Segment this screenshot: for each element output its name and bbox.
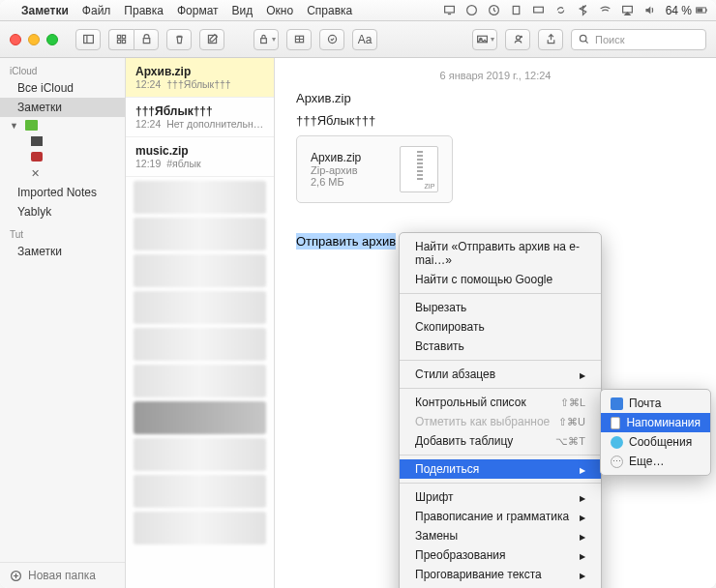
blurred-item [134, 365, 266, 397]
blurred-item [134, 218, 266, 250]
blurred-item [134, 401, 266, 434]
list-item[interactable]: Архив.zip 12:24†††Яблык††† [126, 58, 274, 98]
search-placeholder: Поиск [595, 34, 624, 45]
menu-help[interactable]: Справка [307, 4, 352, 17]
tools-icon: ✕ [31, 167, 40, 180]
clipboard-icon[interactable] [510, 4, 522, 16]
new-folder-button[interactable]: Новая папка [0, 562, 125, 588]
sidebar-item-green-folder[interactable]: ▼ [0, 117, 125, 133]
volume-icon[interactable] [643, 4, 656, 16]
close-window[interactable] [10, 34, 21, 45]
blurred-item [134, 254, 266, 287]
svg-rect-12 [117, 40, 120, 43]
menu-item[interactable]: Преобразования [400, 545, 601, 565]
menu-item[interactable]: Проговаривание текста [400, 565, 601, 584]
bluetooth-icon[interactable] [577, 4, 589, 16]
menu-item[interactable]: Стили абзацев [400, 365, 601, 384]
view-list[interactable] [108, 29, 134, 50]
menu-item[interactable]: Вставить [400, 337, 601, 356]
menu-item[interactable]: Вырезать [400, 298, 601, 317]
attachment-card[interactable]: Архив.zip Zip-архив 2,6 МБ ZIP [296, 135, 453, 203]
search-icon [578, 33, 590, 45]
selected-text[interactable]: Отправить архив [296, 233, 396, 250]
menu-item[interactable]: Скопировать [400, 317, 601, 337]
clock-icon[interactable] [488, 4, 500, 16]
svg-rect-5 [622, 6, 632, 13]
sidebar-subitem-2[interactable] [0, 149, 125, 164]
sidebar-subitem-1[interactable] [0, 133, 125, 149]
submenu-item[interactable]: Напоминания [601, 413, 710, 432]
battery-indicator[interactable]: 64 % [666, 4, 708, 17]
attachment-kind: Zip-архив [311, 164, 361, 176]
submenu-item[interactable]: Сообщения [601, 432, 710, 452]
text-style[interactable]: Aa [352, 29, 377, 50]
menu-item[interactable]: Правописание и грамматика [400, 507, 601, 526]
list-item[interactable]: †††Яблык††† 12:24Нет дополнительн… [126, 98, 274, 137]
folder-icon [25, 120, 38, 131]
viber-icon[interactable] [465, 4, 478, 16]
submenu-item[interactable]: ⋯Еще… [601, 452, 710, 471]
battery-icon [696, 4, 708, 16]
sidebar-toggle[interactable] [75, 29, 101, 50]
share-submenu: ПочтаНапоминанияСообщения⋯Еще… [600, 389, 711, 476]
lock-menu[interactable]: ▾ [254, 29, 279, 50]
display-icon[interactable] [532, 4, 545, 16]
table-button[interactable] [286, 29, 312, 50]
blurred-item [134, 475, 266, 508]
attachment-name: Архив.zip [311, 151, 361, 164]
menu-edit[interactable]: Правка [124, 4, 164, 17]
msg-icon [611, 436, 623, 449]
svg-rect-13 [122, 40, 125, 43]
menu-item[interactable]: Шрифт [400, 487, 601, 507]
menu-item[interactable]: Контрольный список⇧⌘L [400, 393, 601, 412]
plus-circle-icon [10, 570, 22, 582]
monitor-icon[interactable] [443, 4, 456, 16]
sidebar-item-all-icloud[interactable]: Все iCloud [0, 78, 125, 98]
minimize-window[interactable] [28, 34, 40, 45]
checklist-button[interactable] [319, 29, 344, 50]
zoom-window[interactable] [46, 34, 58, 45]
blurred-item [134, 181, 266, 214]
folders-sidebar: iCloud Все iCloud Заметки ▼ ✕ Imported N… [0, 58, 126, 588]
menu-separator [400, 455, 601, 456]
airplay-icon[interactable] [621, 4, 634, 16]
app-menu[interactable]: Заметки [21, 4, 69, 17]
svg-rect-7 [705, 9, 706, 12]
delete-note[interactable] [166, 29, 192, 50]
menu-item[interactable]: Найти «Отправить архив на e-mai…» [400, 237, 601, 270]
attachments-view[interactable] [134, 29, 159, 50]
note-title-line: Архив.zip [296, 91, 695, 105]
media-button[interactable]: ▾ [472, 29, 497, 50]
new-note[interactable] [199, 29, 224, 50]
collaborate-button[interactable] [505, 29, 530, 50]
sidebar-subitem-3[interactable]: ✕ [0, 164, 125, 183]
menu-item[interactable]: Поделиться [400, 459, 601, 479]
sync-icon[interactable] [554, 4, 567, 16]
list-item[interactable]: music.zip 12:19#яблык [126, 137, 274, 177]
svg-rect-10 [117, 35, 120, 38]
attachment-size: 2,6 МБ [311, 176, 361, 188]
menu-item[interactable]: Добавить таблицу⌥⌘T [400, 431, 601, 451]
wifi-icon[interactable] [599, 4, 612, 16]
disclosure-triangle[interactable]: ▼ [10, 121, 18, 131]
note-title: Архив.zip [135, 65, 264, 78]
sidebar-item-notes[interactable]: Заметки [0, 98, 125, 117]
menu-file[interactable]: Файл [82, 4, 111, 17]
share-button[interactable] [538, 29, 563, 50]
sidebar-item-imported[interactable]: Imported Notes [0, 183, 125, 202]
menu-view[interactable]: Вид [232, 4, 254, 17]
menu-window[interactable]: Окно [266, 4, 293, 17]
sidebar-item-tut-notes[interactable]: Заметки [0, 242, 125, 261]
menu-format[interactable]: Формат [177, 4, 219, 17]
svg-rect-0 [444, 6, 454, 13]
svg-rect-9 [83, 35, 93, 43]
more-icon: ⋯ [611, 456, 623, 468]
note-title: †††Яблык††† [135, 104, 264, 118]
menu-item[interactable]: Ориентация макета [400, 584, 601, 588]
menu-item[interactable]: Найти с помощью Google [400, 270, 601, 289]
menu-item[interactable]: Замены [400, 526, 601, 545]
search-field[interactable]: Поиск [571, 29, 706, 50]
blurred-item [134, 512, 266, 544]
submenu-item[interactable]: Почта [601, 394, 710, 413]
sidebar-item-yablyk[interactable]: Yablyk [0, 202, 125, 221]
